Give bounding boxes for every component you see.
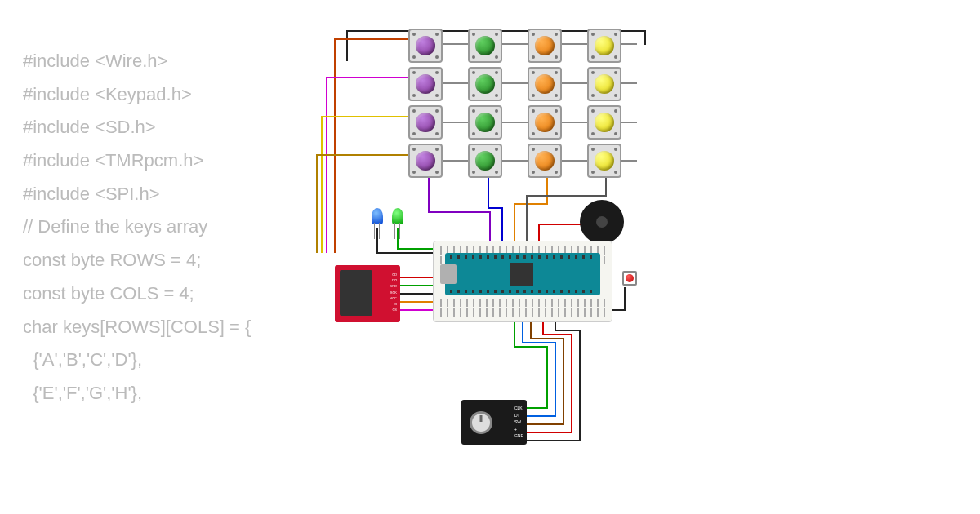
keypad-button-r1c1[interactable] bbox=[468, 67, 502, 101]
keypad-button-r1c3[interactable] bbox=[587, 67, 621, 101]
speaker bbox=[580, 200, 624, 244]
code-line: #include <TMRpcm.h> bbox=[23, 144, 251, 178]
code-line: #include <Wire.h> bbox=[23, 45, 251, 78]
keypad-button-r3c0[interactable] bbox=[408, 144, 443, 178]
keypad-button-r2c1[interactable] bbox=[468, 105, 502, 140]
led-blue bbox=[372, 208, 383, 224]
code-line: {'A','B','C','D'}, bbox=[23, 343, 251, 377]
rotary-encoder: CLK DT SW + GND bbox=[461, 400, 527, 445]
keypad-button-r2c0[interactable] bbox=[408, 105, 443, 140]
code-line: // Define the keys array bbox=[23, 210, 251, 244]
keypad-button-r0c2[interactable] bbox=[528, 29, 562, 63]
code-line: const byte COLS = 4; bbox=[23, 277, 251, 311]
keypad-button-r3c3[interactable] bbox=[587, 144, 621, 178]
keypad-button-r1c2[interactable] bbox=[528, 67, 562, 101]
button-cap bbox=[535, 113, 555, 132]
keypad-button-r0c0[interactable] bbox=[408, 29, 443, 63]
mcu-chip-icon bbox=[510, 263, 533, 286]
button-cap bbox=[416, 113, 435, 132]
button-cap bbox=[475, 113, 495, 132]
button-cap bbox=[416, 36, 435, 55]
keypad-button-r2c2[interactable] bbox=[528, 105, 562, 140]
code-line: const byte ROWS = 4; bbox=[23, 244, 251, 277]
button-cap bbox=[595, 74, 614, 94]
button-cap bbox=[595, 36, 614, 55]
code-line: #include <SPI.h> bbox=[23, 178, 251, 211]
code-snippet: #include <Wire.h> #include <Keypad.h> #i… bbox=[23, 45, 251, 410]
usb-port-icon bbox=[440, 264, 457, 284]
encoder-pin-labels: CLK DT SW + GND bbox=[514, 405, 523, 440]
button-cap bbox=[535, 36, 555, 55]
code-line: #include <SD.h> bbox=[23, 111, 251, 144]
button-cap bbox=[416, 74, 435, 94]
keypad-button-r2c3[interactable] bbox=[587, 105, 621, 140]
button-cap bbox=[595, 113, 614, 132]
keypad-button-r0c1[interactable] bbox=[468, 29, 502, 63]
led-green bbox=[392, 208, 403, 224]
keypad-button-r1c0[interactable] bbox=[408, 67, 443, 101]
sd-pin-labels: CD DO GND SCK VCC DI CS bbox=[374, 272, 397, 312]
keypad-button-r3c1[interactable] bbox=[468, 144, 502, 178]
arduino-nano bbox=[445, 253, 600, 295]
encoder-knob-icon[interactable] bbox=[470, 411, 492, 434]
button-cap bbox=[475, 151, 495, 171]
code-line: #include <Keypad.h> bbox=[23, 78, 251, 112]
sd-slot-icon bbox=[340, 270, 372, 316]
sd-card-module: CD DO GND SCK VCC DI CS bbox=[335, 265, 400, 322]
code-line: {'E','F','G','H'}, bbox=[23, 377, 251, 410]
button-cap bbox=[475, 74, 495, 94]
button-cap bbox=[475, 36, 495, 55]
button-cap bbox=[416, 151, 435, 171]
code-line: char keys[ROWS][COLS] = { bbox=[23, 311, 251, 344]
keypad-button-r0c3[interactable] bbox=[587, 29, 621, 63]
keypad-button-r3c2[interactable] bbox=[528, 144, 562, 178]
reset-button[interactable] bbox=[622, 271, 637, 286]
button-cap bbox=[535, 151, 555, 171]
button-cap bbox=[595, 151, 614, 171]
circuit-diagram: CD DO GND SCK VCC DI CS CLK DT SW + GND bbox=[302, 24, 694, 473]
button-cap bbox=[535, 74, 555, 94]
